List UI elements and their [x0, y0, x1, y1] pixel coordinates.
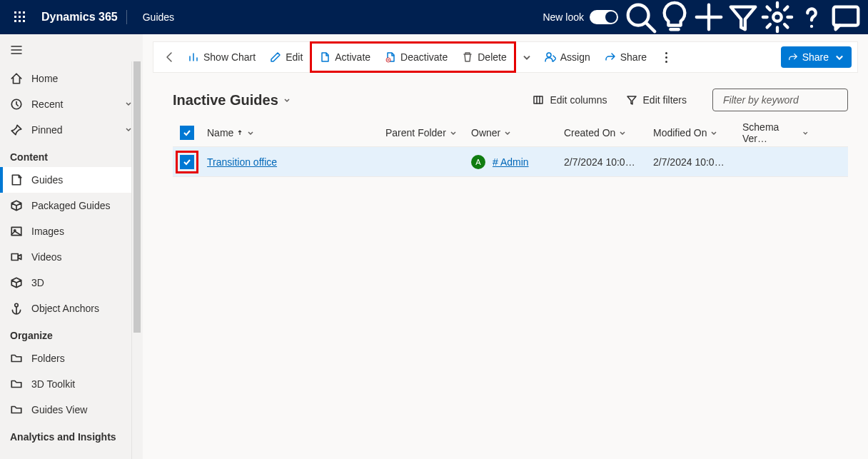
folder-icon	[10, 352, 23, 365]
svg-rect-7	[19, 20, 21, 22]
settings-icon[interactable]	[761, 0, 794, 34]
svg-rect-15	[11, 254, 18, 261]
filter-input[interactable]	[723, 94, 848, 106]
clock-icon	[10, 98, 23, 111]
scrollbar-thumb[interactable]	[133, 61, 141, 333]
cmd-label: Deactivate	[400, 51, 448, 63]
activate-button[interactable]: Activate	[312, 41, 378, 73]
edit-button[interactable]: Edit	[263, 41, 310, 73]
sidebar-item-videos[interactable]: Videos	[0, 244, 143, 270]
col-header-modified[interactable]: Modified On	[647, 127, 737, 138]
nav-label: Folders	[31, 353, 65, 364]
sidebar-item-3d[interactable]: 3D	[0, 270, 143, 296]
nav-label: Images	[31, 226, 64, 237]
new-look-toggle[interactable]: New look	[542, 10, 622, 24]
assistant-icon[interactable]	[829, 0, 862, 34]
filter-icon[interactable]	[727, 0, 760, 34]
app-launcher-icon[interactable]	[6, 11, 34, 23]
sort-asc-icon	[236, 129, 243, 136]
sidebar-group-organize: Organize	[0, 321, 143, 345]
nav-label: 3D Toolkit	[31, 378, 75, 390]
svg-rect-19	[534, 96, 542, 104]
filter-search[interactable]	[712, 89, 848, 111]
show-chart-button[interactable]: Show Chart	[181, 41, 263, 73]
sidebar-item-images[interactable]: Images	[0, 218, 143, 244]
sidebar-item-recent[interactable]: Recent	[0, 91, 143, 117]
svg-rect-4	[19, 16, 21, 18]
view-selector[interactable]: Inactive Guides	[173, 92, 291, 109]
ideas-icon[interactable]	[658, 0, 691, 34]
col-header-schema[interactable]: Schema Ver…	[737, 121, 815, 144]
sidebar-group-content: Content	[0, 143, 143, 167]
delete-dropdown[interactable]	[516, 41, 538, 73]
owner-link[interactable]: # Admin	[493, 156, 529, 168]
header-left: Dynamics 365 Guides	[6, 10, 174, 24]
search-icon[interactable]	[624, 0, 657, 34]
help-icon[interactable]	[795, 0, 828, 34]
sidebar-item-object-anchors[interactable]: Object Anchors	[0, 296, 143, 321]
svg-rect-3	[14, 16, 16, 18]
overflow-menu[interactable]	[655, 41, 677, 73]
svg-rect-11	[834, 7, 859, 26]
pin-icon	[10, 123, 23, 136]
highlight-annotation	[176, 151, 198, 173]
chevron-down-icon	[283, 96, 291, 104]
sidebar-item-guides-view[interactable]: Guides View	[0, 397, 143, 423]
share-button[interactable]: Share	[597, 41, 654, 73]
toggle-switch[interactable]	[590, 10, 618, 24]
sidebar-item-pinned[interactable]: Pinned	[0, 117, 143, 143]
act-label: Edit columns	[550, 94, 607, 106]
image-icon	[10, 225, 23, 238]
edit-filters-button[interactable]: Edit filters	[620, 91, 692, 109]
sidebar-item-guides[interactable]: Guides	[0, 167, 143, 193]
col-header-parent[interactable]: Parent Folder	[380, 127, 465, 138]
col-header-owner[interactable]: Owner	[465, 127, 558, 138]
share-primary-button[interactable]: Share	[781, 46, 852, 68]
sidebar-item-packaged-guides[interactable]: Packaged Guides	[0, 193, 143, 218]
sidebar-item-3d-toolkit[interactable]: 3D Toolkit	[0, 371, 143, 397]
chevron-down-icon	[449, 128, 458, 137]
chevron-down-icon	[618, 128, 627, 137]
cmd-label: Show Chart	[203, 51, 256, 63]
svg-rect-5	[23, 16, 25, 18]
row-checkbox[interactable]	[173, 151, 201, 173]
col-header-name[interactable]: Name	[201, 127, 380, 138]
cell-owner: A # Admin	[465, 155, 558, 169]
nav-label: Recent	[31, 99, 63, 110]
app-name[interactable]: Guides	[134, 11, 174, 23]
svg-point-18	[547, 53, 551, 57]
select-all-checkbox[interactable]	[173, 126, 201, 140]
sidebar: Home Recent Pinned Content Guides Packag…	[0, 34, 143, 459]
avatar: A	[471, 155, 485, 169]
sidebar-item-folders[interactable]: Folders	[0, 345, 143, 371]
record-link[interactable]: Transition office	[207, 156, 277, 168]
cmd-label: Assign	[560, 51, 590, 63]
cmd-label: Delete	[478, 51, 506, 63]
sidebar-toggle[interactable]	[0, 34, 143, 66]
col-header-created[interactable]: Created On	[558, 127, 647, 138]
back-button[interactable]	[159, 41, 181, 73]
assign-button[interactable]: Assign	[538, 41, 597, 73]
nav-label: Home	[31, 73, 58, 84]
add-icon[interactable]	[692, 0, 725, 34]
deactivate-button[interactable]: Deactivate	[378, 41, 455, 73]
package-icon	[10, 199, 23, 212]
sidebar-item-home[interactable]: Home	[0, 66, 143, 91]
cell-created: 2/7/2024 10:0…	[558, 156, 647, 168]
delete-button[interactable]: Delete	[455, 41, 513, 73]
cmd-label: Activate	[335, 51, 370, 63]
edit-columns-button[interactable]: Edit columns	[527, 91, 612, 109]
sidebar-scrollbar[interactable]	[131, 61, 143, 459]
global-header: Dynamics 365 Guides New look	[0, 0, 868, 34]
header-right: New look	[542, 0, 862, 34]
nav-label: Guides View	[31, 404, 87, 415]
chevron-down-icon	[503, 128, 512, 137]
highlight-annotation: Activate Deactivate Delete	[310, 41, 515, 73]
folder-icon	[10, 403, 23, 416]
chevron-down-icon	[246, 128, 255, 137]
command-bar: Show Chart Edit Activate Deactivate Dele…	[153, 41, 858, 73]
sidebar-group-analytics: Analytics and Insights	[0, 423, 143, 447]
svg-rect-6	[14, 20, 16, 22]
cmd-label: Edit	[286, 51, 303, 63]
table-row[interactable]: Transition office A # Admin 2/7/2024 10:…	[173, 147, 848, 177]
